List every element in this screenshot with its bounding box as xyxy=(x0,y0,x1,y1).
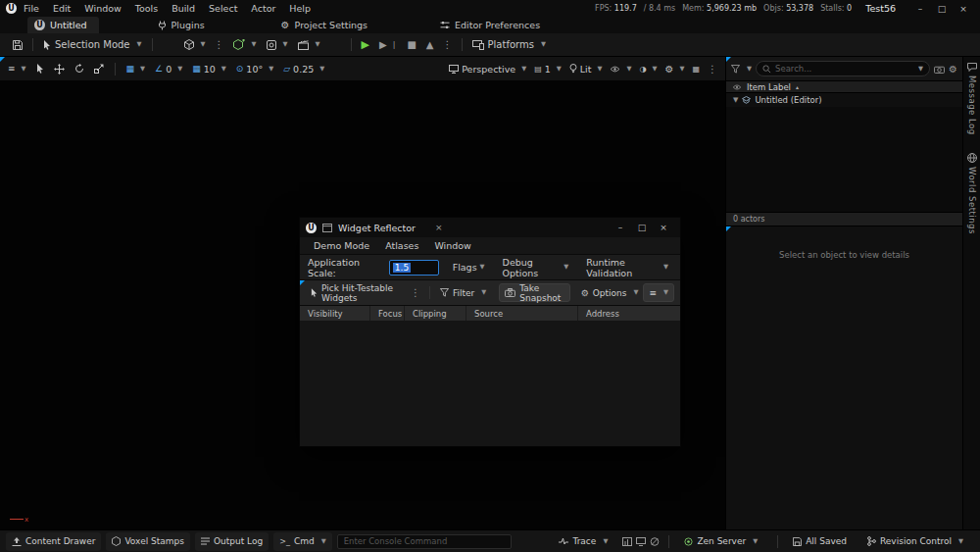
project-settings-button[interactable]: ⚙ Project Settings xyxy=(273,20,375,30)
funnel-icon[interactable] xyxy=(731,65,740,74)
show-flags-dropdown[interactable]: ▼ xyxy=(606,59,635,78)
debug-options-dropdown[interactable]: Debug Options▼ xyxy=(499,257,573,278)
maximize-button[interactable]: □ xyxy=(931,1,953,17)
revision-control-dropdown[interactable]: Revision Control ▼ xyxy=(861,532,969,551)
expander-icon[interactable]: ▼ xyxy=(733,97,738,104)
viewport-options-dropdown[interactable]: ≡▼ xyxy=(4,59,30,78)
reflector-close-button[interactable]: × xyxy=(653,220,674,235)
tab-world-settings[interactable]: World Settings xyxy=(967,153,977,234)
voxel-stamps-button[interactable]: Voxel Stamps xyxy=(106,532,190,551)
take-snapshot-button[interactable]: Take Snapshot xyxy=(499,283,569,302)
tab-message-log[interactable]: Message Log xyxy=(967,63,977,135)
menu-file[interactable]: File xyxy=(17,3,46,14)
play-button[interactable]: ▶ xyxy=(357,35,374,55)
reflector-maximize-button[interactable]: □ xyxy=(631,220,653,235)
output-log-button[interactable]: Output Log xyxy=(195,532,269,551)
frame-skip-button[interactable]: ▶❘ xyxy=(374,35,402,55)
minimize-button[interactable]: – xyxy=(909,1,931,17)
platforms-dropdown[interactable]: Platforms ▼ xyxy=(467,35,551,55)
add-content-dropdown[interactable]: ▼ xyxy=(228,35,262,55)
perspective-dropdown[interactable]: Perspective▼ xyxy=(445,59,530,78)
filter-dropdown[interactable]: Filter▼ xyxy=(435,283,491,302)
level-viewport[interactable]: ≡▼ ▦▼ ∠0▼ ▦10▼ ⊙10°▼ ▱0.25▼ Perspecti xyxy=(0,57,725,529)
menu-demo-mode[interactable]: Demo Mode xyxy=(308,240,375,251)
trace-dropdown[interactable]: Trace ▼ xyxy=(553,532,613,551)
branch-icon xyxy=(867,536,876,546)
plugins-button[interactable]: Plugins xyxy=(150,20,213,30)
chevron-down-icon: ▼ xyxy=(521,66,526,73)
column-clipping[interactable]: Clipping xyxy=(405,306,466,321)
outliner-search-box[interactable]: ▼ xyxy=(756,61,930,76)
save-button[interactable] xyxy=(8,35,27,55)
all-saved-button[interactable]: All Saved xyxy=(787,532,853,551)
layout-button[interactable]: ▦ xyxy=(688,59,704,78)
camera-plus-icon[interactable] xyxy=(934,65,945,74)
tab-close-icon[interactable]: × xyxy=(435,223,443,232)
console-command-input[interactable] xyxy=(337,534,512,549)
widget-tree-body[interactable] xyxy=(300,321,680,446)
insights-icon[interactable] xyxy=(622,537,632,546)
tab-untitled[interactable]: U Untitled xyxy=(27,17,99,33)
runtime-validation-dropdown[interactable]: Runtime Validation▼ xyxy=(582,257,672,278)
gear-icon[interactable]: ⚙ xyxy=(949,64,957,75)
blueprints-dropdown[interactable]: ▼ xyxy=(262,35,293,55)
quick-add-dropdown[interactable]: ▼ xyxy=(179,35,211,55)
column-focus[interactable]: Focus xyxy=(370,306,405,321)
menu-build[interactable]: Build xyxy=(165,3,202,14)
outliner-body[interactable] xyxy=(726,107,962,212)
cmd-dropdown[interactable]: >_ Cmd ▼ xyxy=(273,532,331,551)
stop-button[interactable]: ■ xyxy=(402,35,420,55)
column-visibility[interactable]: Visibility xyxy=(300,306,370,321)
content-drawer-button[interactable]: Content Drawer xyxy=(6,532,101,551)
flags-dropdown[interactable]: Flags▼ xyxy=(449,262,489,273)
viewport-settings-dropdown[interactable]: ⚙▼ xyxy=(661,59,688,78)
editor-mode-dropdown[interactable]: Selection Mode ▼ xyxy=(38,35,147,55)
chevron-down-icon[interactable]: ▼ xyxy=(918,66,923,73)
scale-snap-dropdown[interactable]: ▱0.25▼ xyxy=(279,59,328,78)
editor-preferences-button[interactable]: Editor Preferences xyxy=(432,20,548,30)
menu-actor[interactable]: Actor xyxy=(244,3,282,14)
translate-tool-button[interactable] xyxy=(50,59,69,78)
outliner-row-untitled[interactable]: ▼ Untitled (Editor) xyxy=(726,93,962,107)
menu-select[interactable]: Select xyxy=(202,3,244,14)
play-options-kebab-icon[interactable]: ⋮ xyxy=(439,39,457,50)
outliner-search-input[interactable] xyxy=(775,64,911,74)
scale-tool-button[interactable] xyxy=(90,59,108,78)
menu-help[interactable]: Help xyxy=(282,3,318,14)
outliner-column-header[interactable]: Item Label ▴ xyxy=(726,80,962,93)
menu-atlases[interactable]: Atlases xyxy=(379,240,424,251)
column-address[interactable]: Address xyxy=(578,306,680,321)
grid-snap-dropdown[interactable]: ▦10▼ xyxy=(188,59,230,78)
pick-hit-testable-widgets-button[interactable]: Pick Hit-Testable Widgets xyxy=(306,283,407,302)
reflector-minimize-button[interactable]: – xyxy=(610,220,631,235)
network-status-icon[interactable] xyxy=(650,537,660,546)
eject-button[interactable]: ▲ xyxy=(421,35,439,55)
view-mode-dropdown[interactable]: Lit▼ xyxy=(565,59,607,78)
widget-reflector-window[interactable]: U Widget Reflector × – □ × Demo Mode Atl… xyxy=(299,217,681,447)
menu-window[interactable]: Window xyxy=(428,240,476,251)
chevron-down-icon[interactable]: ▼ xyxy=(747,66,752,73)
camera-options-dropdown[interactable]: ◑▼ xyxy=(635,59,661,78)
fps-stat: FPS: 119.7 xyxy=(595,4,637,13)
cinematics-dropdown[interactable]: ▼ xyxy=(293,35,325,55)
widget-reflector-titlebar[interactable]: U Widget Reflector × – □ × xyxy=(300,218,680,237)
session-monitor-icon[interactable] xyxy=(636,537,646,546)
surface-snapping-dropdown[interactable]: ▦▼ xyxy=(122,59,150,78)
rotate-tool-button[interactable] xyxy=(71,59,88,78)
kebab-menu-icon[interactable]: ⋮ xyxy=(211,39,228,50)
column-source[interactable]: Source xyxy=(466,306,578,321)
rotation-snap-dropdown[interactable]: ⊙10°▼ xyxy=(232,59,277,78)
application-scale-input[interactable]: 1.5 xyxy=(389,260,439,276)
viewport-kebab-icon[interactable]: ⋮ xyxy=(704,64,721,75)
menu-tools[interactable]: Tools xyxy=(128,3,165,14)
angle-snap-dropdown[interactable]: ∠0▼ xyxy=(151,59,186,78)
screen-percentage-dropdown[interactable]: ▤1▼ xyxy=(530,59,565,78)
zen-server-dropdown[interactable]: Zen Server ▼ xyxy=(678,532,763,551)
menu-window[interactable]: Window xyxy=(77,3,127,14)
select-tool-button[interactable] xyxy=(32,59,48,78)
options-dropdown[interactable]: ⚙ Options▼ xyxy=(576,283,644,302)
view-menu-button[interactable]: ≡ ▼ xyxy=(643,283,674,302)
menu-edit[interactable]: Edit xyxy=(46,3,77,14)
pick-options-kebab-icon[interactable]: ⋮ xyxy=(407,287,424,298)
close-button[interactable]: × xyxy=(953,1,974,17)
